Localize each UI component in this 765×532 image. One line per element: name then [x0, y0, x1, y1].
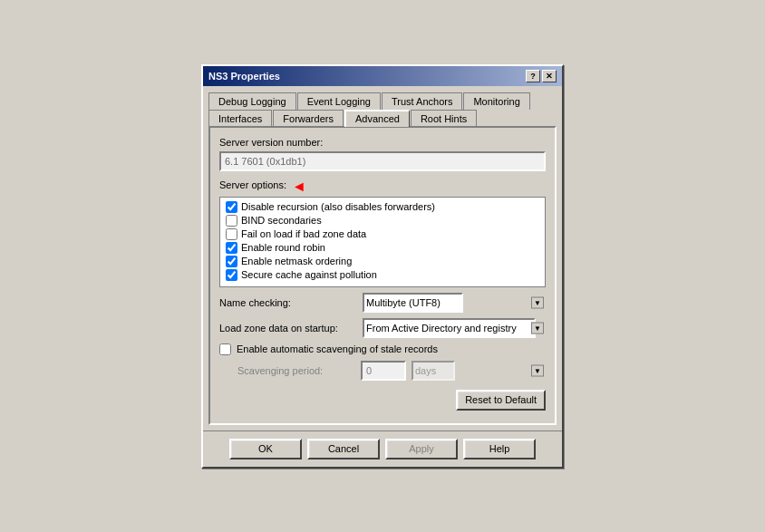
checkbox-fail-on-load-label: Fail on load if bad zone data: [241, 228, 366, 239]
tab-trust-anchors[interactable]: Trust Anchors: [382, 92, 462, 110]
checkbox-netmask-label: Enable netmask ordering: [241, 256, 352, 266]
scavenging-period-label: Scavenging period:: [237, 365, 355, 376]
tab-forwarders[interactable]: Forwarders: [273, 110, 344, 127]
checkbox-netmask-input[interactable]: [226, 256, 237, 267]
load-zone-row: Load zone data on startup: From Active D…: [219, 318, 546, 338]
scavenging-unit-dropdown: days: [412, 361, 455, 381]
apply-button[interactable]: Apply: [385, 439, 458, 459]
tab-interfaces[interactable]: Interfaces: [208, 110, 272, 127]
checkbox-round-robin-label: Enable round robin: [241, 242, 325, 253]
checkbox-round-robin-input[interactable]: [226, 242, 237, 254]
checkbox-round-robin: Enable round robin: [226, 242, 539, 254]
properties-window: NS3 Properties ? ✕ Debug Logging Event L…: [201, 64, 564, 469]
arrow-indicator: ◄: [292, 179, 306, 195]
checkbox-disable-recursion-input[interactable]: [226, 201, 237, 213]
window-title: NS3 Properties: [208, 71, 280, 82]
load-zone-dropdown-wrapper: From Active Directory and registry From …: [363, 318, 546, 338]
checkbox-bind-secondaries-input[interactable]: [226, 215, 237, 227]
title-bar: NS3 Properties ? ✕: [203, 66, 562, 86]
button-bar: OK Cancel Apply Help: [203, 430, 562, 467]
title-controls: ? ✕: [526, 70, 557, 82]
tab-row-1: Debug Logging Event Logging Trust Anchor…: [208, 92, 557, 109]
window-content: Debug Logging Event Logging Trust Anchor…: [203, 86, 562, 430]
ok-button[interactable]: OK: [229, 439, 302, 459]
scavenging-checkbox-label: Enable automatic scavenging of stale rec…: [237, 343, 438, 354]
tab-event-logging[interactable]: Event Logging: [297, 92, 381, 110]
load-zone-dropdown[interactable]: From Active Directory and registry From …: [363, 318, 536, 338]
reset-button[interactable]: Reset to Default: [456, 390, 546, 411]
help-button[interactable]: ?: [526, 70, 540, 82]
load-zone-label: Load zone data on startup:: [219, 323, 355, 334]
close-button[interactable]: ✕: [542, 70, 557, 82]
scavenging-period-input: [361, 361, 406, 381]
tab-advanced[interactable]: Advanced: [344, 110, 410, 127]
server-options-box: Disable recursion (also disables forward…: [219, 197, 546, 287]
checkbox-fail-on-load-input[interactable]: [226, 228, 237, 240]
tab-row-2: Interfaces Forwarders Advanced Root Hint…: [208, 109, 557, 126]
cancel-button[interactable]: Cancel: [307, 439, 380, 459]
server-options-label: Server options:: [219, 179, 286, 190]
server-version-label: Server version number:: [219, 137, 546, 148]
name-checking-dropdown-wrapper: Multibyte (UTF8) Strict RFC (ANSI) Non R…: [363, 293, 546, 313]
tab-monitoring[interactable]: Monitoring: [463, 92, 529, 110]
checkbox-bind-secondaries: BIND secondaries: [226, 215, 539, 227]
scavenging-checkbox-input[interactable]: [219, 343, 231, 355]
tab-debug-logging[interactable]: Debug Logging: [208, 92, 296, 110]
checkbox-bind-secondaries-label: BIND secondaries: [241, 215, 322, 226]
scavenging-period-row: Scavenging period: days: [237, 361, 546, 381]
help-bottom-button[interactable]: Help: [463, 439, 536, 459]
reset-row: Reset to Default: [219, 390, 546, 411]
checkbox-secure-cache-label: Secure cache against pollution: [241, 269, 377, 280]
tab-content: Server version number: Server options: ◄…: [208, 126, 557, 425]
checkbox-fail-on-load: Fail on load if bad zone data: [226, 228, 539, 240]
scavenging-unit-wrapper: days: [412, 361, 546, 381]
checkbox-netmask: Enable netmask ordering: [226, 256, 539, 267]
name-checking-label: Name checking:: [219, 297, 355, 308]
server-version-input: [219, 151, 546, 171]
checkbox-secure-cache-input[interactable]: [226, 269, 237, 281]
scavenging-checkbox-row: Enable automatic scavenging of stale rec…: [219, 343, 546, 355]
checkbox-secure-cache: Secure cache against pollution: [226, 269, 539, 281]
checkbox-disable-recursion: Disable recursion (also disables forward…: [226, 201, 539, 213]
name-checking-row: Name checking: Multibyte (UTF8) Strict R…: [219, 293, 546, 313]
tab-root-hints[interactable]: Root Hints: [411, 110, 477, 127]
name-checking-dropdown[interactable]: Multibyte (UTF8) Strict RFC (ANSI) Non R…: [363, 293, 463, 313]
checkbox-disable-recursion-label: Disable recursion (also disables forward…: [241, 201, 435, 212]
